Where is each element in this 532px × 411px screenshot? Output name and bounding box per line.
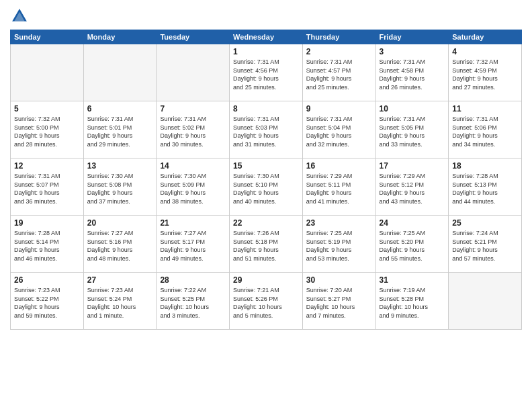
- day-number: 2: [306, 47, 372, 56]
- day-cell: 6Sunrise: 7:31 AM Sunset: 5:01 PM Daylig…: [83, 101, 157, 158]
- weekday-thursday: Thursday: [302, 30, 375, 44]
- week-row-2: 12Sunrise: 7:31 AM Sunset: 5:07 PM Dayli…: [11, 158, 522, 216]
- day-number: 21: [160, 218, 226, 228]
- day-number: 8: [233, 104, 299, 113]
- day-info: Sunrise: 7:31 AM Sunset: 5:03 PM Dayligh…: [233, 115, 299, 148]
- day-cell: 7Sunrise: 7:31 AM Sunset: 5:02 PM Daylig…: [157, 101, 230, 158]
- day-number: 15: [233, 161, 299, 171]
- day-cell: 5Sunrise: 7:32 AM Sunset: 5:00 PM Daylig…: [11, 101, 84, 158]
- day-number: 1: [233, 47, 299, 56]
- week-row-1: 5Sunrise: 7:32 AM Sunset: 5:00 PM Daylig…: [11, 101, 522, 158]
- page: SundayMondayTuesdayWednesdayThursdayFrid…: [0, 0, 532, 411]
- day-info: Sunrise: 7:23 AM Sunset: 5:24 PM Dayligh…: [87, 286, 153, 320]
- day-info: Sunrise: 7:21 AM Sunset: 5:26 PM Dayligh…: [233, 286, 299, 320]
- weekday-saturday: Saturday: [449, 30, 522, 44]
- day-info: Sunrise: 7:32 AM Sunset: 5:00 PM Dayligh…: [14, 115, 80, 148]
- day-cell: 29Sunrise: 7:21 AM Sunset: 5:26 PM Dayli…: [230, 273, 303, 330]
- day-cell: 30Sunrise: 7:20 AM Sunset: 5:27 PM Dayli…: [302, 273, 375, 330]
- day-number: 23: [306, 218, 372, 228]
- day-cell: [157, 44, 230, 101]
- day-info: Sunrise: 7:19 AM Sunset: 5:28 PM Dayligh…: [380, 286, 445, 320]
- day-info: Sunrise: 7:31 AM Sunset: 5:05 PM Dayligh…: [380, 115, 445, 148]
- day-cell: 17Sunrise: 7:29 AM Sunset: 5:12 PM Dayli…: [375, 158, 449, 216]
- day-number: 31: [380, 275, 445, 285]
- day-number: 16: [306, 161, 372, 171]
- day-cell: 12Sunrise: 7:31 AM Sunset: 5:07 PM Dayli…: [11, 158, 84, 216]
- day-number: 14: [160, 161, 226, 171]
- day-info: Sunrise: 7:31 AM Sunset: 5:01 PM Dayligh…: [87, 115, 153, 148]
- day-cell: 22Sunrise: 7:26 AM Sunset: 5:18 PM Dayli…: [230, 216, 303, 273]
- day-info: Sunrise: 7:31 AM Sunset: 4:56 PM Dayligh…: [233, 58, 299, 91]
- day-cell: 20Sunrise: 7:27 AM Sunset: 5:16 PM Dayli…: [83, 216, 157, 273]
- day-info: Sunrise: 7:30 AM Sunset: 5:09 PM Dayligh…: [160, 172, 226, 205]
- day-cell: 15Sunrise: 7:30 AM Sunset: 5:10 PM Dayli…: [230, 158, 303, 216]
- day-cell: 19Sunrise: 7:28 AM Sunset: 5:14 PM Dayli…: [11, 216, 84, 273]
- day-info: Sunrise: 7:26 AM Sunset: 5:18 PM Dayligh…: [233, 229, 299, 263]
- day-cell: 11Sunrise: 7:31 AM Sunset: 5:06 PM Dayli…: [449, 101, 522, 158]
- day-number: 30: [306, 275, 372, 285]
- day-cell: 8Sunrise: 7:31 AM Sunset: 5:03 PM Daylig…: [230, 101, 303, 158]
- weekday-monday: Monday: [83, 30, 157, 44]
- day-number: 28: [160, 275, 226, 285]
- day-info: Sunrise: 7:22 AM Sunset: 5:25 PM Dayligh…: [160, 286, 226, 320]
- day-info: Sunrise: 7:20 AM Sunset: 5:27 PM Dayligh…: [306, 286, 372, 320]
- day-number: 7: [160, 104, 226, 113]
- day-cell: [449, 273, 522, 330]
- day-cell: 10Sunrise: 7:31 AM Sunset: 5:05 PM Dayli…: [375, 101, 449, 158]
- day-number: 20: [87, 218, 153, 228]
- day-info: Sunrise: 7:28 AM Sunset: 5:13 PM Dayligh…: [452, 172, 518, 205]
- day-info: Sunrise: 7:31 AM Sunset: 5:02 PM Dayligh…: [160, 115, 226, 148]
- day-cell: 16Sunrise: 7:29 AM Sunset: 5:11 PM Dayli…: [302, 158, 375, 216]
- day-cell: 3Sunrise: 7:31 AM Sunset: 4:58 PM Daylig…: [375, 44, 449, 101]
- day-number: 24: [380, 218, 445, 228]
- day-number: 10: [380, 104, 445, 113]
- day-number: 4: [452, 47, 518, 56]
- day-cell: 2Sunrise: 7:31 AM Sunset: 4:57 PM Daylig…: [302, 44, 375, 101]
- day-cell: 14Sunrise: 7:30 AM Sunset: 5:09 PM Dayli…: [157, 158, 230, 216]
- day-info: Sunrise: 7:23 AM Sunset: 5:22 PM Dayligh…: [14, 286, 80, 320]
- day-info: Sunrise: 7:32 AM Sunset: 4:59 PM Dayligh…: [452, 58, 518, 91]
- day-info: Sunrise: 7:30 AM Sunset: 5:08 PM Dayligh…: [87, 172, 153, 205]
- day-info: Sunrise: 7:31 AM Sunset: 4:57 PM Dayligh…: [306, 58, 372, 91]
- header: [10, 7, 522, 26]
- week-row-3: 19Sunrise: 7:28 AM Sunset: 5:14 PM Dayli…: [11, 216, 522, 273]
- day-cell: 21Sunrise: 7:27 AM Sunset: 5:17 PM Dayli…: [157, 216, 230, 273]
- day-number: 26: [14, 275, 80, 285]
- day-cell: 13Sunrise: 7:30 AM Sunset: 5:08 PM Dayli…: [83, 158, 157, 216]
- day-number: 3: [380, 47, 445, 56]
- week-row-0: 1Sunrise: 7:31 AM Sunset: 4:56 PM Daylig…: [11, 44, 522, 101]
- day-cell: 23Sunrise: 7:25 AM Sunset: 5:19 PM Dayli…: [302, 216, 375, 273]
- day-info: Sunrise: 7:25 AM Sunset: 5:20 PM Dayligh…: [380, 229, 445, 263]
- day-info: Sunrise: 7:29 AM Sunset: 5:12 PM Dayligh…: [380, 172, 445, 205]
- weekday-header-row: SundayMondayTuesdayWednesdayThursdayFrid…: [11, 30, 522, 44]
- calendar-table: SundayMondayTuesdayWednesdayThursdayFrid…: [10, 30, 522, 330]
- day-info: Sunrise: 7:28 AM Sunset: 5:14 PM Dayligh…: [14, 229, 80, 263]
- day-number: 19: [14, 218, 80, 228]
- day-number: 22: [233, 218, 299, 228]
- day-cell: 26Sunrise: 7:23 AM Sunset: 5:22 PM Dayli…: [11, 273, 84, 330]
- day-cell: 4Sunrise: 7:32 AM Sunset: 4:59 PM Daylig…: [449, 44, 522, 101]
- weekday-sunday: Sunday: [11, 30, 84, 44]
- day-number: 25: [452, 218, 518, 228]
- day-info: Sunrise: 7:27 AM Sunset: 5:16 PM Dayligh…: [87, 229, 153, 263]
- weekday-tuesday: Tuesday: [157, 30, 230, 44]
- logo-icon: [10, 7, 29, 26]
- day-cell: 28Sunrise: 7:22 AM Sunset: 5:25 PM Dayli…: [157, 273, 230, 330]
- day-cell: 25Sunrise: 7:24 AM Sunset: 5:21 PM Dayli…: [449, 216, 522, 273]
- day-info: Sunrise: 7:29 AM Sunset: 5:11 PM Dayligh…: [306, 172, 372, 205]
- day-info: Sunrise: 7:24 AM Sunset: 5:21 PM Dayligh…: [452, 229, 518, 263]
- day-number: 12: [14, 161, 80, 171]
- weekday-wednesday: Wednesday: [230, 30, 303, 44]
- day-cell: 24Sunrise: 7:25 AM Sunset: 5:20 PM Dayli…: [375, 216, 449, 273]
- logo: [10, 7, 32, 26]
- day-number: 13: [87, 161, 153, 171]
- day-number: 27: [87, 275, 153, 285]
- day-cell: 18Sunrise: 7:28 AM Sunset: 5:13 PM Dayli…: [449, 158, 522, 216]
- day-info: Sunrise: 7:27 AM Sunset: 5:17 PM Dayligh…: [160, 229, 226, 263]
- day-cell: [83, 44, 157, 101]
- day-cell: [11, 44, 84, 101]
- day-number: 29: [233, 275, 299, 285]
- day-info: Sunrise: 7:31 AM Sunset: 5:06 PM Dayligh…: [452, 115, 518, 148]
- day-info: Sunrise: 7:30 AM Sunset: 5:10 PM Dayligh…: [233, 172, 299, 205]
- day-cell: 31Sunrise: 7:19 AM Sunset: 5:28 PM Dayli…: [375, 273, 449, 330]
